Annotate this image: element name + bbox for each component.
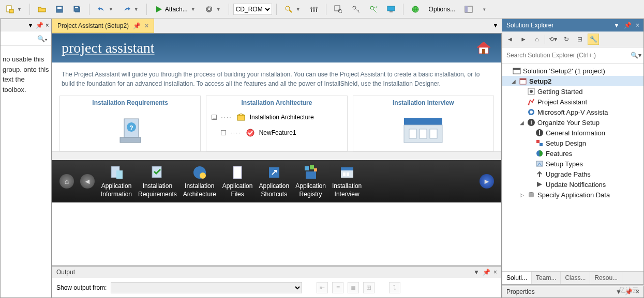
tool6-button[interactable] <box>461 3 476 15</box>
collapse-button[interactable]: ⊟ <box>574 34 586 45</box>
box-search-icon <box>334 5 342 13</box>
svg-rect-48 <box>343 172 346 176</box>
tab-team[interactable]: Team... <box>532 272 561 284</box>
tree-upgrade-paths[interactable]: Upgrade Paths <box>502 169 643 179</box>
step-shortcuts[interactable]: ApplicationShortcuts <box>259 164 289 198</box>
search-input[interactable] <box>504 50 631 61</box>
tree-organize-setup[interactable]: ◢iOrganize Your Setup <box>502 117 643 128</box>
tab-class[interactable]: Class... <box>561 272 590 284</box>
save-icon <box>55 5 64 13</box>
home-button[interactable]: ⌂ <box>531 34 543 45</box>
config-select[interactable]: CD_ROM <box>233 4 272 15</box>
forward-button[interactable]: ► <box>518 34 529 45</box>
arch-label: Installation Architecture <box>250 114 314 121</box>
collapse-icon[interactable]: − <box>212 115 217 120</box>
svg-point-12 <box>313 9 315 11</box>
col-requirements[interactable]: Installation Requirements ? <box>59 96 201 151</box>
dropdown-icon[interactable]: ▼ <box>27 22 34 29</box>
dropdown-icon[interactable]: ▼ <box>613 22 620 29</box>
tool3-button[interactable] <box>366 3 381 15</box>
search-icon[interactable]: 🔍▾ <box>37 35 47 42</box>
tool5-button[interactable] <box>408 3 423 15</box>
close-icon[interactable]: × <box>46 22 49 29</box>
tree-setup-types[interactable]: Setup Types <box>502 159 643 169</box>
close-icon[interactable]: × <box>493 269 497 276</box>
svg-point-13 <box>316 7 318 9</box>
tree-getting-started[interactable]: Getting Started <box>502 86 643 97</box>
expand-icon[interactable] <box>221 130 226 135</box>
tab-project-assistant[interactable]: Project Assistant (Setup2) 📌 × <box>52 19 154 33</box>
dropdown-icon[interactable]: ▼ <box>616 288 622 295</box>
svg-text:i: i <box>538 129 540 136</box>
features-icon <box>535 149 544 158</box>
step-files[interactable]: ApplicationFiles <box>222 164 253 198</box>
close-icon[interactable]: × <box>636 22 639 29</box>
out-btn2[interactable]: ≡ <box>332 282 343 293</box>
tree-features[interactable]: Features <box>502 148 643 159</box>
tool2-button[interactable] <box>348 3 364 15</box>
tabbar-dropdown[interactable]: ▼ <box>489 19 502 33</box>
col-architecture[interactable]: Installation Architecture −···· Installa… <box>206 96 347 151</box>
step-architecture[interactable]: InstallationArchitecture <box>183 164 216 198</box>
horizontal-scrollbar[interactable] <box>52 151 501 160</box>
tree-setup-design[interactable]: Setup Design <box>502 138 643 148</box>
forward-nav-button[interactable]: ► <box>480 174 494 189</box>
back-nav-button[interactable]: ◄ <box>80 174 95 189</box>
sync-button[interactable]: ⟲▾ <box>547 34 559 45</box>
home-nav-button[interactable]: ⌂ <box>59 174 74 189</box>
svg-rect-64 <box>540 143 543 146</box>
options-button[interactable]: Options... <box>425 4 459 15</box>
tree-solution-root[interactable]: Solution 'Setup2' (1 project) <box>502 66 643 76</box>
out-btn5[interactable]: ⤵ <box>389 282 400 293</box>
pin-icon[interactable]: 📌 <box>625 288 633 295</box>
undo-button[interactable]: ▼ <box>94 3 117 15</box>
pin-icon[interactable]: 📌 <box>133 22 141 29</box>
find-button[interactable]: ▼ <box>281 3 304 15</box>
svg-rect-49 <box>347 172 349 176</box>
save-all-button[interactable] <box>69 3 85 15</box>
tool4-button[interactable] <box>383 3 399 15</box>
tab-solution[interactable]: Soluti... <box>502 272 532 284</box>
svg-rect-46 <box>341 167 353 170</box>
home-icon[interactable] <box>475 40 492 56</box>
step-app-info[interactable]: ApplicationInformation <box>101 164 132 198</box>
output-source-select[interactable] <box>111 282 302 293</box>
col-interview[interactable]: Installation Interview <box>353 96 494 151</box>
svg-rect-18 <box>387 6 395 11</box>
step-registry[interactable]: ApplicationRegistry <box>295 164 326 198</box>
refresh-button[interactable]: ▼ <box>201 3 224 15</box>
redo-button[interactable]: ▼ <box>119 3 142 15</box>
step-interview[interactable]: InstallationInterview <box>332 164 362 198</box>
dropdown-icon[interactable]: ▼ <box>473 269 480 276</box>
tree-general-info[interactable]: iGeneral Information <box>502 128 643 138</box>
out-btn1[interactable]: ⇤ <box>317 282 328 293</box>
properties-button[interactable]: 🔧 <box>588 34 599 45</box>
tool1-button[interactable] <box>331 3 346 15</box>
start-button[interactable]: Attach...▼ <box>151 3 199 15</box>
pin-icon[interactable]: 📌 <box>624 22 632 29</box>
pin-icon[interactable]: 📌 <box>483 269 490 276</box>
settings-button[interactable] <box>306 3 322 15</box>
tree-project[interactable]: ◢Setup2 <box>502 76 643 86</box>
tree-project-assistant[interactable]: Project Assistant <box>502 97 643 107</box>
pin-icon[interactable]: 📌 <box>36 22 43 29</box>
tab-resource[interactable]: Resou... <box>590 272 622 284</box>
overflow-button[interactable]: ▾ <box>478 5 489 14</box>
search-icon[interactable]: 🔍▾ <box>631 52 641 59</box>
new-button[interactable]: ▼ <box>2 3 25 15</box>
refresh-button[interactable]: ↻ <box>561 34 572 45</box>
back-button[interactable]: ◄ <box>504 34 516 45</box>
svg-rect-66 <box>536 161 543 166</box>
close-icon[interactable]: × <box>145 22 148 29</box>
redo-icon <box>123 5 131 13</box>
out-btn4[interactable]: ⊞ <box>363 282 375 293</box>
out-btn3[interactable]: ≣ <box>348 282 359 293</box>
save-button[interactable] <box>52 3 67 15</box>
open-button[interactable] <box>34 3 50 15</box>
tree-appv-assistant[interactable]: Microsoft App-V Assista <box>502 107 643 117</box>
tree-update-notifications[interactable]: Update Notifications <box>502 179 643 190</box>
close-icon[interactable]: × <box>636 288 639 295</box>
svg-rect-14 <box>335 6 340 11</box>
step-requirements[interactable]: InstallationRequirements <box>138 164 177 198</box>
tree-specify-app-data[interactable]: ▷Specify Application Data <box>502 190 643 200</box>
